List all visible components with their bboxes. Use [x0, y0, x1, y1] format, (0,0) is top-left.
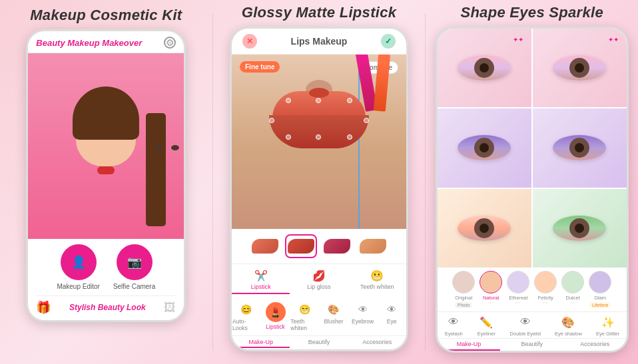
- look-glam-badge: Lifetime: [589, 302, 611, 308]
- blusher-icon: 🎨: [324, 302, 343, 317]
- double-eyelid-icon-item[interactable]: 👁 Double Eyelid: [510, 315, 541, 337]
- eyebrow-label: Eyebrow: [352, 318, 374, 325]
- eyeliner-icon-item[interactable]: ✏️ Eyeliner: [477, 315, 495, 337]
- makeup-editor-label: Makeup Editor: [57, 283, 99, 290]
- teeth-label-2: Teeth whiten: [290, 318, 318, 331]
- look-natural-badge: [488, 302, 493, 303]
- app-title-1: Beauty Makeup Makeover: [36, 38, 142, 48]
- sec-tab-beautify-3[interactable]: Beautify: [500, 339, 563, 351]
- lips-image: Fine tune Compare: [232, 55, 406, 229]
- section-accesories[interactable]: Accesories: [348, 337, 406, 348]
- look-ethereal[interactable]: Ethereal: [505, 271, 531, 308]
- main-image-area: [28, 53, 184, 239]
- eye-visual-5: [442, 193, 527, 264]
- eye-shape-5: [458, 216, 511, 241]
- eye-icon-tab: 👁: [382, 302, 401, 317]
- lipstick-icon-2: 💄: [266, 302, 286, 322]
- bottom-buttons: 👤 Makeup Editor 📷 Selfie Camera: [57, 244, 155, 290]
- tab-lipstick[interactable]: ✂️ Lipstick: [232, 267, 290, 294]
- eye-right: [171, 145, 179, 150]
- panel-makeup-cosmetic-kit: Makeup Cosmetic Kit Beauty Makeup Makeov…: [0, 0, 212, 364]
- look-natural[interactable]: Natural: [478, 271, 503, 308]
- eye-glitter-icon-item[interactable]: ✨ Eye Glitter: [596, 315, 619, 337]
- section-makeup[interactable]: Make-Up: [232, 337, 290, 348]
- double-eyelid-label: Double Eyelid: [510, 331, 541, 337]
- fine-tune-label[interactable]: Fine tune: [240, 61, 280, 73]
- tab-teeth-label: Teeth whiten: [360, 283, 394, 290]
- gallery-icon[interactable]: 🖼: [164, 301, 176, 315]
- swatch-4[interactable]: [357, 234, 389, 258]
- look-felicity[interactable]: Felicity: [533, 271, 558, 308]
- look-felicity-label: Felicity: [538, 295, 553, 301]
- sparkle-icon-2: ✦✦: [608, 36, 619, 43]
- tab-eyebrow[interactable]: 👁 Eyebrow: [348, 299, 378, 334]
- eye-shape-1: [458, 55, 511, 81]
- footer-label: Stylish Beauty Look: [69, 303, 146, 312]
- eyelash-icon-item[interactable]: 👁 Eyelash: [444, 315, 463, 337]
- lips-red: [97, 166, 115, 174]
- look-original-badge: Photo: [455, 302, 472, 308]
- lip-dot-3: [347, 98, 352, 103]
- look-thumb-ethereal: [507, 271, 529, 293]
- eyeliner-icon: ✏️: [477, 315, 495, 329]
- look-dulcet[interactable]: Dulcet: [560, 271, 585, 308]
- tab-eye[interactable]: 👁 Eye: [377, 299, 406, 334]
- sec-tab-accesories-3[interactable]: Accesories: [563, 339, 627, 351]
- swatch-1[interactable]: [249, 234, 281, 258]
- look-felicity-badge: [543, 302, 548, 303]
- icons-row-3: 👁 Eyelash ✏️ Eyeliner 👁 Double Eyelid 🎨 …: [438, 311, 627, 338]
- tab-auto-looks[interactable]: 😊 Auto-Looks: [232, 299, 261, 334]
- look-glam[interactable]: Glam Lifetime: [587, 271, 613, 308]
- eye-visual-2: ✦✦: [537, 33, 622, 103]
- eye-visual-6: [537, 193, 622, 264]
- lipstick-tab-icon: ✂️: [254, 270, 268, 282]
- lip-gloss-tab-icon: 💋: [312, 270, 326, 282]
- look-thumb-glam: [589, 271, 611, 293]
- makeup-editor-button[interactable]: 👤: [61, 244, 97, 280]
- eyebrow-icon: 👁: [354, 302, 372, 317]
- look-ethereal-badge: [515, 302, 521, 303]
- lips-area: [262, 91, 376, 151]
- look-ethereal-label: Ethereal: [509, 295, 527, 301]
- tab-lip-gloss[interactable]: 💋 Lip gloss: [290, 267, 348, 294]
- tab-teeth-2[interactable]: 😁 Teeth whiten: [290, 299, 319, 334]
- look-dulcet-badge: [570, 302, 575, 303]
- panel-3-title: Shape Eyes Sparkle: [460, 4, 603, 21]
- looks-row: Original Photo Natural Ethereal Felicity: [438, 268, 627, 311]
- selfie-camera-button[interactable]: 📷: [117, 244, 153, 280]
- swatch-2-active[interactable]: [285, 234, 317, 258]
- hair-decor: [146, 113, 166, 226]
- tabs-row-1: ✂️ Lipstick 💋 Lip gloss 😬 Teeth whiten: [232, 264, 406, 297]
- close-button[interactable]: ✕: [242, 34, 257, 49]
- swatch-color-2: [288, 239, 314, 254]
- eyes-grid: ✦✦ ✦✦: [438, 29, 627, 268]
- eye-iris-2: [569, 58, 589, 78]
- eye-shadow-icon-item[interactable]: 🎨 Eye shadow: [555, 315, 582, 337]
- look-natural-label: Natural: [483, 295, 499, 301]
- sparkle-icon-1: ✦✦: [513, 36, 523, 43]
- confirm-button[interactable]: ✓: [381, 34, 396, 49]
- lower-lip: [269, 115, 369, 148]
- eye-iris-6: [569, 218, 589, 238]
- auto-looks-label: Auto-Looks: [232, 318, 260, 331]
- tab-teeth-whiten[interactable]: 😬 Teeth whiten: [348, 267, 406, 294]
- auto-looks-icon: 😊: [237, 302, 256, 317]
- eye-visual-4: [537, 112, 622, 183]
- look-original[interactable]: Original Photo: [451, 271, 476, 308]
- panel-glossy-matte-lipstick: Glossy Matte Lipstick ✕ Lips Makeup ✓ Fi…: [213, 0, 426, 364]
- tab-lipstick-2[interactable]: 💄 Lipstick: [261, 299, 290, 334]
- panel-1-title: Makeup Cosmetic Kit: [30, 7, 182, 24]
- sec-tab-makeup-3[interactable]: Make-Up: [438, 339, 501, 351]
- gift-icon[interactable]: 🎁: [36, 300, 51, 315]
- lip-dot-2: [316, 98, 321, 103]
- swatch-3[interactable]: [321, 234, 353, 258]
- look-thumb-natural: [479, 271, 502, 293]
- eye-visual-3: [442, 112, 527, 183]
- tab-lip-gloss-label: Lip gloss: [307, 283, 331, 290]
- eye-visual-1: ✦✦: [442, 33, 527, 103]
- section-beautify[interactable]: Beautify: [290, 337, 348, 348]
- gear-icon[interactable]: [164, 37, 176, 49]
- tab-blusher[interactable]: 🎨 Blusher: [319, 299, 348, 334]
- panel-shape-eyes-sparkle: Shape Eyes Sparkle ✦✦ ✦✦: [426, 0, 638, 364]
- lip-dot-1: [286, 98, 291, 103]
